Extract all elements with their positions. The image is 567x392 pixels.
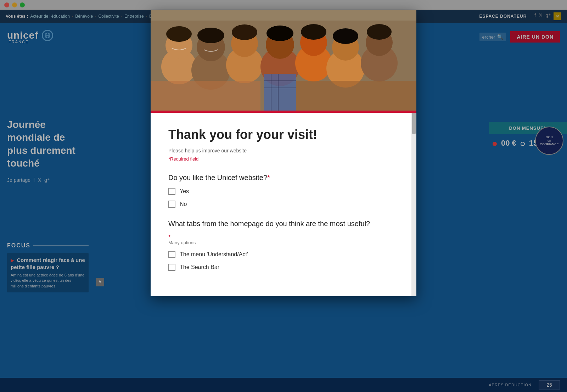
modal-hero-image	[151, 10, 416, 113]
svg-point-19	[197, 28, 224, 43]
option-yes-row: Yes	[168, 188, 394, 195]
svg-point-20	[232, 24, 257, 40]
svg-rect-32	[151, 10, 416, 21]
modal-subtitle: Please help us improve our website	[168, 148, 394, 153]
svg-point-21	[266, 26, 293, 41]
modal-overlay: Thank you for your visit! Please help us…	[0, 0, 567, 392]
question-1-label: Do you like the Unicef website?*	[168, 173, 394, 182]
checkbox-search-bar[interactable]	[168, 264, 175, 271]
scrollbar-thumb[interactable]	[412, 113, 416, 134]
hero-accent-bar	[151, 111, 416, 113]
required-label: *Required field	[168, 156, 394, 162]
modal-scrollbar[interactable]	[411, 113, 416, 296]
svg-point-22	[301, 24, 326, 40]
option-menu-understand-row: The menu 'Understand/Act'	[168, 251, 394, 258]
question-2-text: What tabs from the homepage do you think…	[168, 220, 370, 228]
svg-rect-25	[264, 74, 296, 113]
svg-point-23	[333, 28, 358, 44]
question-2-block: What tabs from the homepage do you think…	[168, 219, 394, 271]
checkbox-no[interactable]	[168, 201, 175, 208]
option-no-row: No	[168, 201, 394, 208]
children-photo	[151, 10, 416, 113]
question-1-text: Do you like the Unicef website?	[168, 174, 267, 181]
option-search-bar-row: The Search Bar	[168, 264, 394, 271]
many-options-label: Many options	[168, 240, 394, 245]
modal-body: Thank you for your visit! Please help us…	[151, 113, 416, 296]
question-1-block: Do you like the Unicef website?* Yes No	[168, 173, 394, 208]
option-search-bar-label: The Search Bar	[180, 264, 219, 270]
svg-rect-30	[151, 81, 260, 113]
question-1-star: *	[267, 174, 270, 181]
option-no-label: No	[180, 201, 187, 207]
survey-modal: Thank you for your visit! Please help us…	[151, 10, 416, 296]
checkbox-yes[interactable]	[168, 188, 175, 195]
option-yes-label: Yes	[180, 188, 189, 195]
question-2-label: What tabs from the homepage do you think…	[168, 219, 394, 228]
modal-title: Thank you for your visit!	[168, 127, 394, 142]
svg-point-24	[367, 24, 392, 40]
checkbox-menu-understand[interactable]	[168, 251, 175, 258]
svg-point-18	[166, 26, 192, 42]
option-menu-understand-label: The menu 'Understand/Act'	[180, 251, 248, 258]
svg-rect-31	[296, 81, 416, 113]
